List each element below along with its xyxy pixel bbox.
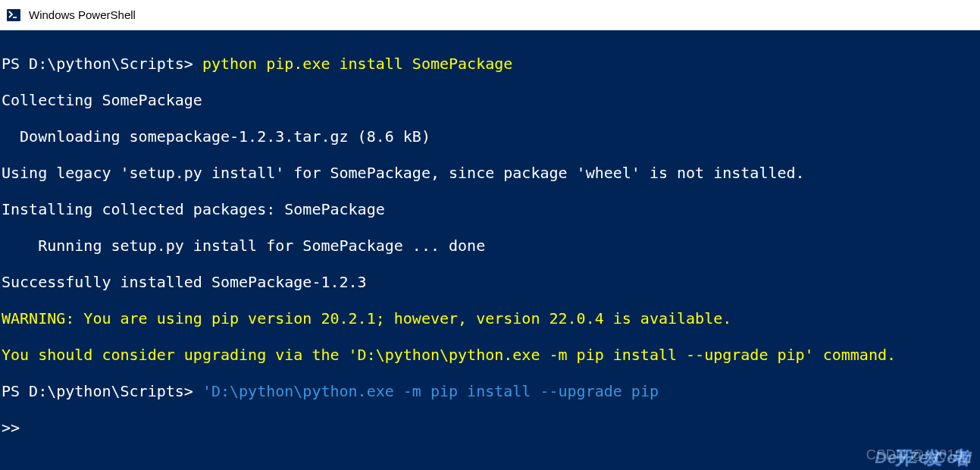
window-title: Windows PowerShell: [29, 8, 136, 21]
command-input: python pip.exe install SomePackage: [193, 55, 512, 73]
prompt: PS D:\python\Scripts>: [2, 55, 193, 73]
terminal-output: Installing collected packages: SomePacka…: [2, 200, 978, 218]
svg-rect-0: [7, 9, 20, 21]
continuation-prompt: >>: [2, 418, 978, 437]
titlebar[interactable]: Windows PowerShell: [0, 0, 980, 30]
command-input: 'D:\python\python.exe -m pip install --u…: [193, 382, 659, 400]
terminal-area[interactable]: PS D:\python\Scripts> python pip.exe ins…: [0, 30, 980, 470]
watermark-csdn: CSDN @xy010_: [866, 446, 971, 464]
watermark-devze: DevZe.CoM: [875, 449, 972, 467]
terminal-line: PS D:\python\Scripts> python pip.exe ins…: [2, 55, 978, 73]
powershell-icon: [6, 8, 21, 23]
terminal-output: Using legacy 'setup.py install' for Some…: [2, 164, 978, 182]
terminal-output: Downloading somepackage-1.2.3.tar.gz (8.…: [2, 127, 978, 146]
watermark-kaifa: 开 发 者: [895, 449, 974, 467]
terminal-output: Successfully installed SomePackage-1.2.3: [2, 273, 978, 291]
terminal-line: PS D:\python\Scripts> 'D:\python\python.…: [2, 382, 978, 400]
terminal-warning: You should consider upgrading via the 'D…: [2, 346, 978, 364]
terminal-output: Collecting SomePackage: [2, 91, 978, 109]
terminal-warning: WARNING: You are using pip version 20.2.…: [2, 309, 978, 327]
terminal-output: Running setup.py install for SomePackage…: [2, 237, 978, 255]
prompt: PS D:\python\Scripts>: [2, 382, 193, 400]
